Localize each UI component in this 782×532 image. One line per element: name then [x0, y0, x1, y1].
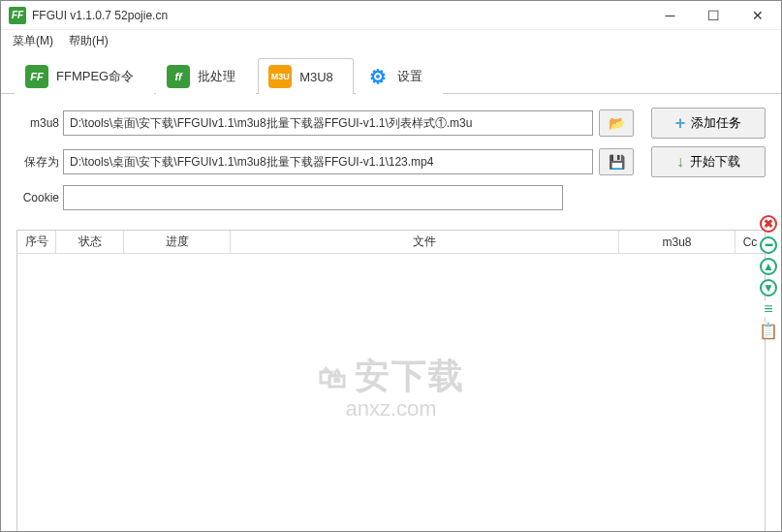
- side-toolbar: ✖ ━ ▲ ▼ ≡ 📋: [760, 215, 779, 343]
- save-file-button[interactable]: 💾: [599, 148, 634, 175]
- move-up-button[interactable]: ▲: [760, 258, 777, 275]
- cookie-label: Cookie: [16, 191, 63, 204]
- tab-m3u8[interactable]: M3U M3U8: [258, 58, 354, 94]
- col-m3u8[interactable]: m3u8: [619, 231, 735, 253]
- task-table: 序号 状态 进度 文件 m3u8 Cc 🛍安下载 anxz.com ◀ ▶: [16, 230, 766, 532]
- window-title: FFGUI v1.1.0.7 52pojie.cn: [32, 9, 168, 22]
- plus-icon: +: [675, 113, 686, 134]
- ffmpeg-icon: FF: [25, 65, 48, 88]
- delete-button[interactable]: ✖: [760, 215, 777, 233]
- tab-settings[interactable]: ⚙ 设置: [356, 58, 443, 94]
- batch-icon: ff: [167, 65, 190, 88]
- add-task-button[interactable]: + 添加任务: [651, 108, 766, 139]
- menu-help[interactable]: 帮助(H): [61, 31, 116, 51]
- list-button[interactable]: ≡: [760, 300, 777, 318]
- table-body[interactable]: 🛍安下载 anxz.com: [17, 254, 765, 532]
- maximize-button[interactable]: ☐: [692, 1, 735, 30]
- clear-button[interactable]: ━: [760, 236, 777, 254]
- col-progress[interactable]: 进度: [124, 231, 231, 253]
- folder-icon: 📂: [609, 115, 625, 131]
- col-index[interactable]: 序号: [17, 231, 56, 253]
- move-down-button[interactable]: ▼: [760, 279, 777, 297]
- m3u8-input[interactable]: [63, 110, 593, 136]
- gear-icon: ⚙: [366, 65, 390, 88]
- watermark-title: 安下载: [355, 356, 465, 395]
- save-input[interactable]: [63, 149, 593, 174]
- col-file[interactable]: 文件: [231, 231, 619, 253]
- col-status[interactable]: 状态: [56, 231, 124, 253]
- m3u8-label: m3u8: [16, 116, 63, 130]
- tab-ffmpeg[interactable]: FF FFMPEG命令: [15, 58, 154, 94]
- content-panel: m3u8 📂 + 添加任务 保存为 💾 ↓ 开始下载 Cookie: [1, 94, 781, 226]
- watermark-subtitle: anxz.com: [318, 396, 465, 422]
- menubar: 菜单(M) 帮助(H): [1, 30, 781, 51]
- menu-main[interactable]: 菜单(M): [5, 31, 61, 51]
- tab-m3u8-label: M3U8: [299, 70, 333, 84]
- minimize-button[interactable]: ─: [648, 1, 692, 30]
- close-button[interactable]: ✕: [735, 1, 779, 30]
- add-task-label: 添加任务: [691, 114, 741, 132]
- save-label: 保存为: [16, 154, 63, 171]
- document-button[interactable]: 📋: [760, 322, 777, 339]
- download-arrow-icon: ↓: [676, 153, 684, 171]
- start-download-label: 开始下载: [690, 153, 740, 171]
- start-download-button[interactable]: ↓ 开始下载: [651, 146, 766, 177]
- titlebar: FF FFGUI v1.1.0.7 52pojie.cn ─ ☐ ✕: [1, 1, 781, 30]
- open-file-button[interactable]: 📂: [599, 110, 634, 137]
- m3u8-icon: M3U: [268, 65, 292, 88]
- watermark: 🛍安下载 anxz.com: [318, 353, 465, 422]
- tab-bar: FF FFMPEG命令 ff 批处理 M3U M3U8 ⚙ 设置: [1, 51, 781, 94]
- tab-batch-label: 批处理: [198, 68, 235, 85]
- watermark-icon: 🛍: [318, 362, 349, 395]
- tab-batch[interactable]: ff 批处理: [156, 58, 256, 94]
- tab-settings-label: 设置: [397, 68, 422, 85]
- save-icon: 💾: [609, 154, 625, 170]
- table-header: 序号 状态 进度 文件 m3u8 Cc: [17, 231, 765, 254]
- tab-ffmpeg-label: FFMPEG命令: [56, 68, 134, 85]
- app-icon: FF: [9, 7, 26, 24]
- cookie-input[interactable]: [63, 185, 563, 210]
